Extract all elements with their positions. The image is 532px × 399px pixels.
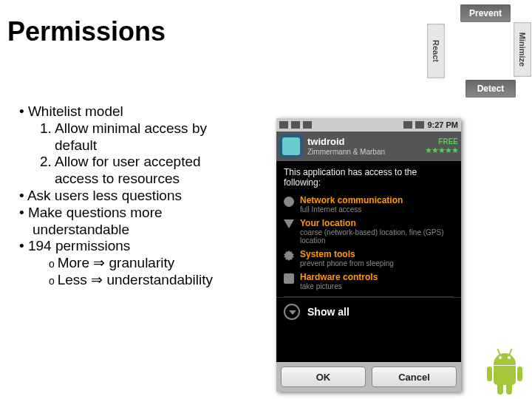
cancel-label: Cancel bbox=[398, 372, 430, 383]
signal-icon bbox=[403, 121, 412, 129]
bullet-understandable-a: Make questions more bbox=[19, 205, 263, 222]
bullet-whitelist-1a: 1. Allow minimal access by bbox=[19, 120, 263, 137]
bullet-understandable-b: understandable bbox=[19, 222, 263, 239]
permission-title: Your location bbox=[300, 218, 454, 228]
system-icon bbox=[284, 250, 294, 261]
battery-icon bbox=[415, 121, 424, 129]
permission-title: Hardware controls bbox=[300, 272, 378, 282]
app-rating: ★★★★★ bbox=[425, 146, 458, 155]
permission-list: Network communicationfull Internet acces… bbox=[276, 195, 461, 297]
status-icon bbox=[291, 121, 300, 129]
cycle-react: React bbox=[427, 24, 445, 78]
show-all-label: Show all bbox=[307, 306, 349, 318]
permission-prompt: This application has access to the follo… bbox=[276, 161, 461, 191]
bullet-list: Whitelist model 1. Allow minimal access … bbox=[19, 103, 263, 289]
bullet-whitelist-2a: 2. Allow for user accepted bbox=[19, 154, 263, 171]
app-info: twidroid Zimmermann & Marban bbox=[307, 137, 420, 155]
cycle-minimize: Minimize bbox=[514, 22, 531, 77]
permission-title: Network communication bbox=[300, 195, 403, 205]
bullet-less-understandability: Less ⇒ understandability bbox=[19, 272, 263, 289]
dialog-button-bar: OK Cancel bbox=[276, 362, 461, 392]
bullet-whitelist-1b: default bbox=[19, 137, 263, 154]
status-icon bbox=[303, 121, 312, 129]
permission-desc: full Internet access bbox=[300, 205, 403, 214]
cycle-minimize-label: Minimize bbox=[518, 33, 527, 66]
status-right: 9:27 PM bbox=[403, 120, 458, 129]
hardware-icon bbox=[284, 273, 294, 284]
cancel-button[interactable]: Cancel bbox=[372, 366, 457, 387]
network-icon bbox=[284, 197, 294, 207]
permission-row: Network communicationfull Internet acces… bbox=[284, 195, 454, 214]
status-bar: 9:27 PM bbox=[276, 118, 461, 132]
permission-desc: prevent phone from sleeping bbox=[300, 259, 394, 267]
permission-desc: take pictures bbox=[300, 282, 378, 290]
android-logo-icon bbox=[486, 350, 523, 395]
cycle-prevent: Prevent bbox=[460, 4, 511, 22]
cycle-detect: Detect bbox=[466, 80, 516, 98]
status-time: 9:27 PM bbox=[427, 120, 458, 129]
permission-row: System toolsprevent phone from sleeping bbox=[284, 249, 454, 267]
permission-title: System tools bbox=[300, 249, 394, 259]
slide-title: Permissions bbox=[7, 16, 166, 47]
cycle-react-label: React bbox=[432, 40, 440, 62]
app-icon bbox=[279, 134, 303, 158]
app-name: twidroid bbox=[307, 137, 420, 147]
chevron-down-icon bbox=[284, 304, 300, 320]
bullet-less-questions: Ask users less questions bbox=[19, 188, 263, 205]
show-all-button[interactable]: Show all bbox=[276, 297, 461, 326]
status-left-icons bbox=[279, 121, 312, 129]
status-icon bbox=[279, 121, 288, 129]
app-meta: FREE ★★★★★ bbox=[425, 137, 458, 155]
slide: Permissions Prevent Minimize Detect Reac… bbox=[0, 0, 532, 399]
bullet-whitelist-2b: access to resources bbox=[19, 171, 263, 188]
permission-row: Hardware controlstake pictures bbox=[284, 272, 454, 290]
bullet-more-granularity: More ⇒ granularity bbox=[19, 255, 263, 272]
app-publisher: Zimmermann & Marban bbox=[307, 148, 420, 156]
permission-row: Your locationcoarse (network-based) loca… bbox=[284, 218, 454, 245]
app-header: twidroid Zimmermann & Marban FREE ★★★★★ bbox=[276, 132, 461, 161]
location-icon bbox=[284, 219, 294, 230]
permission-desc: coarse (network-based) location, fine (G… bbox=[300, 228, 454, 245]
bullet-194: 194 permissions bbox=[19, 238, 263, 255]
android-permission-dialog: 9:27 PM twidroid Zimmermann & Marban FRE… bbox=[276, 118, 461, 392]
bullet-whitelist: Whitelist model bbox=[19, 103, 263, 120]
ok-label: OK bbox=[316, 372, 331, 383]
ok-button[interactable]: OK bbox=[281, 366, 366, 387]
security-cycle-diagram: Prevent Minimize Detect React bbox=[392, 4, 532, 100]
app-price: FREE bbox=[425, 137, 458, 146]
